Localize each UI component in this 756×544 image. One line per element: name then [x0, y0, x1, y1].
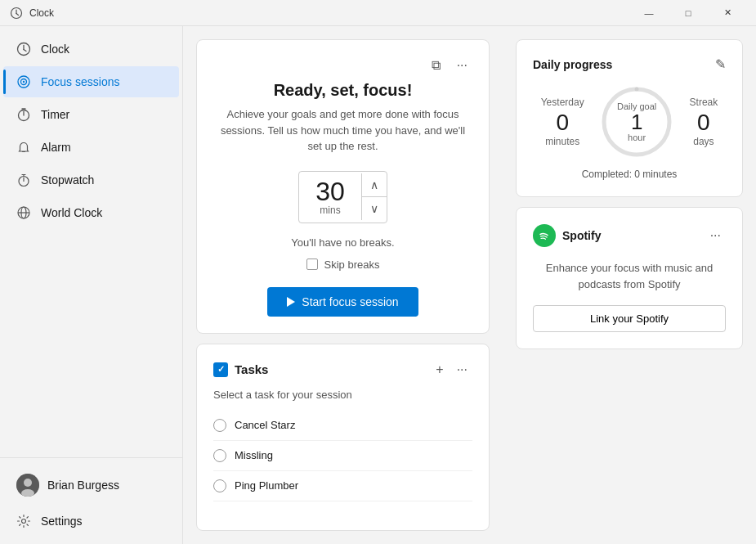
progress-stats: Yesterday 0 minutes Daily goal 1: [533, 85, 726, 159]
clock-nav-icon: [16, 42, 31, 56]
focus-more-button[interactable]: ···: [452, 56, 472, 74]
streak-unit: days: [690, 136, 718, 147]
username-label: Brian Burgess: [47, 479, 119, 492]
sidebar-item-worldclock[interactable]: World Clock: [3, 197, 179, 228]
daily-goal-unit: hour: [617, 133, 656, 142]
sidebar-item-settings[interactable]: Settings: [3, 506, 179, 537]
svg-point-8: [23, 81, 25, 83]
daily-goal-circle: Daily goal 1 hour: [600, 85, 673, 159]
breaks-text: You'll have no breaks.: [213, 236, 472, 249]
yesterday-stat: Yesterday 0 minutes: [541, 97, 584, 147]
timer-nav-icon: [16, 107, 31, 122]
alarm-nav-icon: [16, 140, 31, 155]
sidebar-timer-label: Timer: [41, 108, 69, 121]
focus-expand-button[interactable]: ⧉: [427, 56, 445, 74]
focus-card-header: ⧉ ···: [213, 56, 472, 74]
time-unit: mins: [315, 205, 345, 216]
focus-panel: ⧉ ··· Ready, set, focus! Achieve your go…: [183, 26, 503, 544]
tasks-header: ✓ Tasks + ···: [213, 361, 472, 379]
streak-label: Streak: [690, 97, 718, 108]
sidebar-item-focus[interactable]: Focus sessions: [3, 66, 179, 97]
tasks-check-icon: ✓: [213, 362, 228, 377]
sidebar-item-clock[interactable]: Clock: [3, 34, 179, 65]
link-spotify-button[interactable]: Link your Spotify: [533, 305, 726, 332]
svg-point-23: [22, 519, 26, 524]
svg-line-5: [24, 50, 26, 52]
sidebar-focus-label: Focus sessions: [41, 75, 119, 88]
start-focus-label: Start focus session: [302, 295, 398, 308]
window-controls: — □ ✕: [630, 0, 746, 26]
spotify-logo: [533, 224, 556, 247]
tasks-more-button[interactable]: ···: [452, 361, 472, 379]
task-radio-2[interactable]: [213, 479, 226, 492]
task-name-2: Ping Plumber: [235, 479, 298, 492]
svg-point-21: [24, 479, 32, 487]
skip-breaks-label[interactable]: Skip breaks: [324, 259, 380, 271]
spotify-description: Enhance your focus with music and podcas…: [533, 260, 726, 292]
circle-content: Daily goal 1 hour: [617, 101, 656, 142]
tasks-add-button[interactable]: +: [431, 361, 448, 379]
task-name-1: Missling: [235, 449, 273, 461]
avatar: [16, 474, 39, 497]
tasks-list: Cancel Starz Missling Ping Plumber: [213, 411, 472, 501]
clock-icon: [10, 7, 23, 20]
yesterday-label: Yesterday: [541, 97, 584, 108]
app-body: Clock Focus sessions Timer: [0, 26, 756, 544]
sidebar-bottom: Brian Burgess Settings: [0, 457, 182, 537]
time-increment-button[interactable]: ∧: [362, 173, 387, 197]
sidebar-clock-label: Clock: [41, 43, 69, 56]
settings-icon: [16, 514, 31, 528]
worldclock-nav-icon: [16, 205, 31, 220]
tasks-title-label: Tasks: [235, 362, 268, 376]
skip-breaks-checkbox[interactable]: [306, 259, 318, 270]
sidebar: Clock Focus sessions Timer: [0, 26, 183, 544]
time-decrement-button[interactable]: ∨: [362, 197, 387, 220]
minimize-button[interactable]: —: [630, 0, 668, 26]
spotify-card: Spotify ··· Enhance your focus with musi…: [516, 207, 743, 349]
task-item[interactable]: Cancel Starz: [213, 411, 472, 441]
sidebar-item-alarm[interactable]: Alarm: [3, 132, 179, 163]
titlebar-title: Clock: [10, 7, 54, 20]
daily-goal-value: 1: [617, 111, 656, 133]
streak-value: 0: [690, 111, 718, 134]
tasks-card: ✓ Tasks + ··· Select a task for your ses…: [196, 344, 490, 532]
yesterday-value: 0: [541, 111, 584, 134]
spotify-name: Spotify: [562, 229, 705, 242]
maximize-button[interactable]: □: [669, 0, 707, 26]
skip-breaks-container: Skip breaks: [213, 259, 472, 271]
sidebar-item-stopwatch[interactable]: Stopwatch: [3, 164, 179, 196]
tasks-subtitle: Select a task for your session: [213, 389, 472, 401]
focus-session-card: ⧉ ··· Ready, set, focus! Achieve your go…: [196, 39, 490, 334]
content-area: ⧉ ··· Ready, set, focus! Achieve your go…: [183, 26, 756, 544]
right-panel: Daily progress ✎ Yesterday 0 minutes: [503, 26, 756, 544]
progress-edit-button[interactable]: ✎: [715, 56, 726, 72]
task-item[interactable]: Ping Plumber: [213, 471, 472, 501]
sidebar-stopwatch-label: Stopwatch: [41, 173, 94, 187]
tasks-actions: + ···: [431, 361, 472, 379]
close-button[interactable]: ✕: [709, 0, 746, 26]
task-radio-1[interactable]: [213, 449, 226, 462]
spotify-more-button[interactable]: ···: [705, 227, 726, 245]
play-icon: [287, 297, 295, 307]
stopwatch-nav-icon: [16, 173, 31, 187]
task-radio-0[interactable]: [213, 419, 226, 432]
sidebar-alarm-label: Alarm: [41, 141, 71, 154]
time-arrows: ∧ ∨: [361, 173, 387, 220]
spotify-header: Spotify ···: [533, 224, 726, 247]
time-value-display: 30 mins: [299, 172, 361, 223]
start-focus-button[interactable]: Start focus session: [267, 287, 418, 317]
task-item[interactable]: Missling: [213, 441, 472, 471]
task-name-0: Cancel Starz: [235, 419, 295, 431]
focus-title: Ready, set, focus!: [213, 81, 472, 100]
tasks-title: ✓ Tasks: [213, 362, 431, 377]
titlebar: Clock — □ ✕: [0, 0, 756, 26]
yesterday-unit: minutes: [541, 136, 584, 147]
user-profile[interactable]: Brian Burgess: [3, 465, 179, 505]
sidebar-item-timer[interactable]: Timer: [3, 99, 179, 130]
sidebar-worldclock-label: World Clock: [41, 206, 102, 219]
progress-title: Daily progress: [533, 58, 612, 71]
time-number: 30: [315, 178, 345, 205]
svg-line-2: [16, 13, 19, 15]
settings-label: Settings: [41, 515, 83, 528]
focus-nav-icon: [16, 74, 31, 89]
